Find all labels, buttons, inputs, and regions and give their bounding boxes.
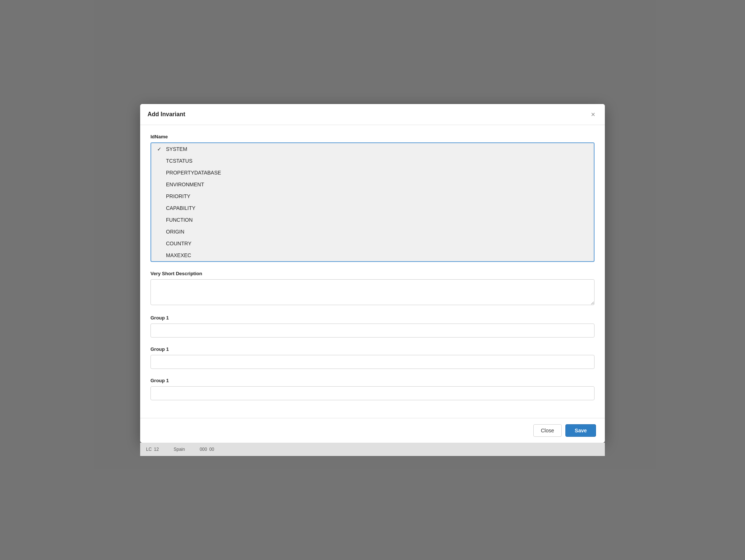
very-short-description-group: Very Short Description [150, 271, 595, 306]
dropdown-item-tcstatus[interactable]: TCSTATUS [151, 155, 594, 167]
dropdown-item-label: MAXEXEC [166, 252, 191, 258]
add-invariant-modal: Add Invariant × IdName ✓SYSTEMTCSTATUSPR… [140, 104, 605, 443]
group1-label-2: Group 1 [150, 378, 595, 383]
dropdown-item-environment[interactable]: ENVIRONMENT [151, 179, 594, 190]
group1-input-2[interactable] [150, 386, 595, 400]
dropdown-item-label: FUNCTION [166, 217, 193, 223]
group1-field-group-0: Group 1 [150, 315, 595, 338]
very-short-description-input[interactable] [150, 279, 595, 305]
bottom-bar-000-key: 000 [200, 447, 207, 452]
group1-input-1[interactable] [150, 355, 595, 369]
dropdown-item-label: CAPABILITY [166, 205, 195, 211]
save-button[interactable]: Save [565, 424, 596, 437]
dropdown-item-label: ENVIRONMENT [166, 182, 204, 187]
dropdown-item-label: PRIORITY [166, 193, 190, 199]
idname-dropdown-list: ✓SYSTEMTCSTATUSPROPERTYDATABASEENVIRONME… [151, 143, 594, 261]
modal-body: IdName ✓SYSTEMTCSTATUSPROPERTYDATABASEEN… [140, 125, 605, 418]
dropdown-item-propertydatabase[interactable]: PROPERTYDATABASE [151, 167, 594, 179]
idname-dropdown[interactable]: ✓SYSTEMTCSTATUSPROPERTYDATABASEENVIRONME… [150, 142, 595, 262]
idname-label: IdName [150, 134, 595, 139]
checkmark-icon: ✓ [157, 146, 163, 152]
bottom-bar-spain: Spain [174, 447, 185, 452]
dropdown-item-label: PROPERTYDATABASE [166, 170, 221, 176]
dropdown-item-priority[interactable]: PRIORITY [151, 190, 594, 202]
group-fields-container: Group 1Group 1Group 1 [150, 315, 595, 400]
bottom-bar-spain-label: Spain [174, 447, 185, 452]
group1-label-0: Group 1 [150, 315, 595, 321]
dropdown-item-capability[interactable]: CAPABILITY [151, 202, 594, 214]
bottom-bar: LC 12 Spain 000 00 [140, 443, 605, 456]
group1-field-group-2: Group 1 [150, 378, 595, 400]
dropdown-item-function[interactable]: FUNCTION [151, 214, 594, 226]
group1-field-group-1: Group 1 [150, 346, 595, 369]
dropdown-item-label: TCSTATUS [166, 158, 193, 164]
modal-footer: Close Save [140, 418, 605, 443]
modal-close-x-button[interactable]: × [589, 110, 597, 119]
dropdown-item-origin[interactable]: ORIGIN [151, 226, 594, 238]
group1-label-1: Group 1 [150, 346, 595, 352]
idname-field-group: IdName ✓SYSTEMTCSTATUSPROPERTYDATABASEEN… [150, 134, 595, 262]
dropdown-item-label: SYSTEM [166, 146, 187, 152]
close-button[interactable]: Close [533, 424, 562, 437]
idname-dropdown-scroll[interactable]: ✓SYSTEMTCSTATUSPROPERTYDATABASEENVIRONME… [151, 143, 594, 261]
bottom-bar-lc-key: LC [146, 447, 152, 452]
dropdown-item-label: COUNTRY [166, 241, 191, 246]
group1-input-0[interactable] [150, 324, 595, 338]
bottom-bar-lc: LC 12 [146, 447, 159, 452]
dropdown-item-system[interactable]: ✓SYSTEM [151, 143, 594, 155]
bottom-bar-lc-value: 12 [154, 447, 159, 452]
dropdown-item-maxexec[interactable]: MAXEXEC [151, 249, 594, 261]
dropdown-item-country[interactable]: COUNTRY [151, 238, 594, 249]
bottom-bar-000-value: 00 [209, 447, 214, 452]
very-short-description-label: Very Short Description [150, 271, 595, 276]
modal-overlay: Add Invariant × IdName ✓SYSTEMTCSTATUSPR… [0, 0, 745, 560]
modal-title: Add Invariant [148, 111, 185, 118]
modal-header: Add Invariant × [140, 104, 605, 125]
dropdown-item-label: ORIGIN [166, 229, 184, 235]
bottom-bar-000: 000 00 [200, 447, 214, 452]
